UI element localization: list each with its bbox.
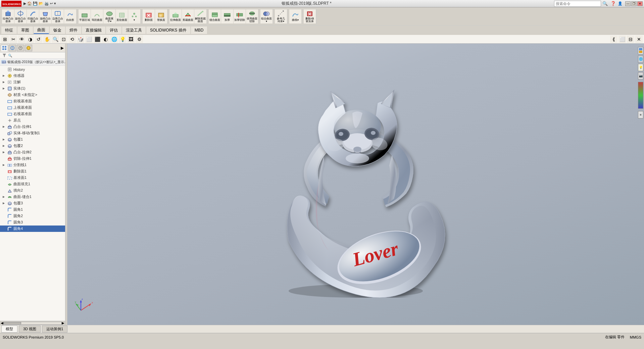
scroll-right-btn[interactable]: ▶ [62, 321, 64, 325]
display-mode-button[interactable]: ◐ [102, 36, 109, 43]
knit-button[interactable]: 缝合曲面 [209, 9, 221, 23]
tab-surface[interactable]: 曲面 [34, 27, 49, 34]
config-tab[interactable] [17, 45, 24, 51]
realview-button[interactable]: 🌐 [110, 36, 118, 43]
tab-sketch[interactable]: 草图 [17, 27, 33, 34]
tree-item-fillet2[interactable]: 圆角2 [0, 213, 65, 219]
shadows-button[interactable]: 💡 [119, 36, 126, 43]
scene-button[interactable]: 🖼 [127, 36, 135, 43]
tab-direct[interactable]: 直接编辑 [82, 27, 105, 34]
others-button[interactable]: ▾ [128, 9, 140, 23]
display-manager-tab[interactable] [25, 45, 32, 51]
view-display-button[interactable]: 👁 [18, 36, 26, 43]
thicken-button[interactable]: 加厚 [221, 9, 233, 23]
feature-tree-tab[interactable] [1, 45, 8, 51]
sidebar-scrollbar[interactable]: ◀ ▶ [0, 321, 65, 325]
tree-item-material[interactable]: 材质 <未指定> [0, 92, 65, 98]
pan-button[interactable]: ✋ [43, 36, 51, 43]
boundary-button[interactable]: 边界凸台基体 [52, 9, 64, 23]
view-settings-button[interactable]: ⚙ [136, 36, 143, 43]
tree-item-fillet1[interactable]: 圆角1 [0, 206, 65, 213]
hide-show-button[interactable]: ◑ [27, 36, 34, 43]
shaded-button[interactable]: ⬛ [94, 36, 101, 43]
sweep-button[interactable]: 扫描凸台基体 [27, 9, 39, 23]
tab-weld[interactable]: 焊件 [66, 27, 81, 34]
tree-item-annotation[interactable]: ▶ 注解 [0, 79, 65, 85]
extend-button[interactable]: 解除剪裁曲面 [194, 9, 206, 23]
tree-item-origin[interactable]: 原点 [0, 117, 65, 123]
property-tab[interactable] [9, 45, 16, 51]
revolve-button[interactable]: 旋转凸台基体 [14, 9, 27, 23]
loft-button[interactable]: 放样凸台基体 [39, 9, 51, 23]
tree-filter[interactable]: 🔍 [0, 52, 65, 59]
delete-face-button[interactable]: 删除面 [143, 9, 155, 23]
tree-item-delete-face[interactable]: 删除面1 [0, 168, 65, 174]
delete-solid-button[interactable]: 删除/保留实体 [304, 9, 316, 23]
curves-button[interactable]: 曲线▾ [289, 9, 301, 23]
minimize-button[interactable]: — [625, 1, 631, 6]
tasks-button[interactable]: ≡ [638, 111, 643, 118]
replace-face-button[interactable]: 替 替换面 [155, 9, 167, 23]
scene-button2[interactable]: 🌐 [638, 55, 643, 63]
tree-item-cut-extrude[interactable]: 切除-拉伸1 [0, 155, 65, 162]
tab-sheet[interactable]: 钣金 [50, 27, 65, 34]
equal-curvature-button[interactable]: 等距曲面 [91, 9, 103, 23]
extrude-button[interactable]: 拉伸凸台基体 [2, 9, 14, 23]
surface-display-button[interactable]: 曲面展平▾ [103, 9, 115, 23]
tree-item-boss-extrude1[interactable]: ▶ 凸台-拉伸1 [0, 123, 65, 130]
scroll-track[interactable] [3, 322, 62, 325]
user-icon[interactable]: 👤 [618, 1, 623, 6]
tree-item-fillet3[interactable]: 圆角3 [0, 219, 65, 226]
tree-item-surface-fill[interactable]: 曲面填充1 [0, 181, 65, 187]
wireframe-button[interactable]: ⬜ [85, 36, 93, 43]
tree-item-top-plane[interactable]: 上视基准面 [0, 104, 65, 111]
tree-item-fillet4[interactable]: 圆角4 [0, 226, 65, 232]
camera-button[interactable]: 📷 [638, 72, 643, 80]
tab-motion[interactable]: 运动算例1 [42, 326, 67, 333]
3d-viewport[interactable]: Lover [67, 44, 644, 325]
search-icon[interactable]: 🔍 [602, 1, 608, 6]
combine-button[interactable]: 组合曲面▾ [260, 9, 273, 23]
zoom-button[interactable]: 🔍 [52, 36, 59, 43]
tree-item-wrap2[interactable]: ▶ 包覆2 [0, 143, 65, 149]
close-view-button[interactable]: ✕ [635, 36, 643, 43]
tree-item-solid-move[interactable]: 实体-移动/复制1 [0, 130, 65, 136]
extrude-surface-button[interactable]: 拉伸曲面 [169, 9, 182, 23]
tree-item-wrap1[interactable]: ▶ 包覆1 [0, 136, 65, 143]
tab-feature[interactable]: 特征 [1, 27, 17, 34]
trim-surface-button[interactable]: 剪裁曲面 [182, 9, 194, 23]
tree-item-front-plane[interactable]: 前视基准面 [0, 98, 65, 104]
scroll-left-btn[interactable]: ◀ [1, 321, 3, 325]
tab-render[interactable]: 渲染工具 [122, 27, 146, 34]
expand-left-button[interactable]: ⟪ [610, 36, 617, 43]
quick-access-toolbar[interactable]: ▶ 🏠 💾 📂 🖨️ ↩ ▾ [23, 1, 56, 6]
light-button[interactable]: 💡 [638, 64, 643, 71]
thicken-cut-button[interactable]: 加厚切除 [234, 9, 246, 23]
sidebar-expand-arrow[interactable]: ▶ [61, 46, 64, 50]
freeform-button[interactable]: 自由形 [64, 9, 76, 23]
restore-button[interactable]: ❐ [631, 1, 637, 6]
tree-item-datum-plane[interactable]: 基准面1 [0, 174, 65, 181]
appearance-button[interactable] [638, 47, 643, 54]
3d-view-button[interactable]: 🎲 [77, 36, 84, 43]
tree-item-solid[interactable]: ▶ 实体(1) [0, 85, 65, 92]
scroll-thumb[interactable] [4, 322, 21, 324]
tree-item-right-plane[interactable]: 右视基准面 [0, 111, 65, 117]
tree-item-surface-knit[interactable]: ▶ 曲面-缝合1 [0, 194, 65, 200]
tab-3d-view[interactable]: 3D 视图 [19, 326, 41, 333]
flat-region-button[interactable]: 平面区域 [79, 9, 91, 23]
tree-item-draft2[interactable]: 填向2 [0, 187, 65, 194]
texture-button[interactable]: 直纹曲面 [116, 9, 128, 23]
tab-eval[interactable]: 评估 [106, 27, 121, 34]
view-section-button[interactable]: ✂ [10, 36, 17, 43]
view-orient-button[interactable]: ⊞ [1, 36, 9, 43]
ref-geometry-button[interactable]: 参考几何体▾ [275, 9, 287, 23]
tab-mbd[interactable]: MBD [191, 27, 207, 34]
tab-model[interactable]: 模型 [1, 326, 17, 333]
help-icon[interactable]: ❓ [610, 1, 616, 6]
zoom-fit-button[interactable]: ⊡ [60, 36, 67, 43]
display-states-panel[interactable] [638, 82, 643, 109]
tree-item-wrap3[interactable]: ▶ 包覆3 [0, 200, 65, 206]
use-surface-cut-button[interactable]: 使用曲面切除 [246, 9, 258, 23]
rotate-view-button[interactable]: ↺ [35, 36, 42, 43]
